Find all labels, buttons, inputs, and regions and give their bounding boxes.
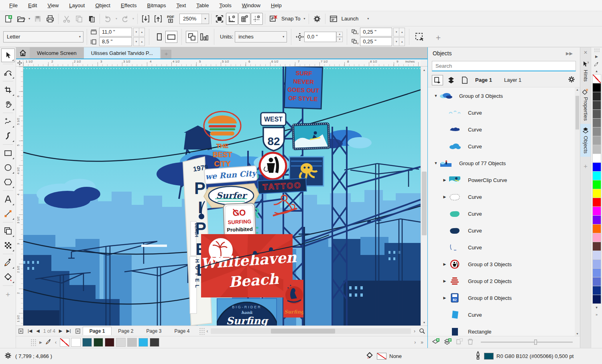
expand-arrow-icon[interactable]: ▶: [442, 296, 447, 300]
tree-row-curve[interactable]: Curve: [428, 104, 575, 121]
color-swatch[interactable]: [592, 268, 601, 277]
publish-pdf-button[interactable]: PDF: [165, 13, 177, 25]
color-swatch[interactable]: [592, 109, 601, 119]
objects-search-input[interactable]: [432, 61, 576, 71]
color-palette-handle[interactable]: [594, 48, 600, 53]
page-height-spinner[interactable]: ▾▴: [134, 37, 145, 46]
add-toolbar-plus-icon[interactable]: ＋: [434, 32, 442, 43]
show-guidelines-button[interactable]: [251, 13, 263, 25]
color-swatch[interactable]: [592, 198, 601, 207]
color-swatch[interactable]: [592, 171, 601, 180]
docker-tab-objects[interactable]: Objects: [580, 124, 591, 157]
ruler-origin[interactable]: [16, 59, 23, 67]
expand-arrow-icon[interactable]: ▶: [442, 262, 447, 266]
page-tab-2[interactable]: Page 2: [112, 327, 140, 335]
home-icon[interactable]: [16, 47, 30, 59]
first-page-button[interactable]: |◀: [26, 328, 34, 334]
menu-effects[interactable]: Effects: [116, 2, 142, 8]
expand-arrow-icon[interactable]: ▶: [442, 178, 447, 182]
show-rulers-button[interactable]: [226, 13, 238, 25]
artistic-media-tool[interactable]: [1, 129, 15, 143]
pick-tool[interactable]: [1, 49, 15, 62]
color-swatch[interactable]: [592, 92, 601, 101]
nudge-spinner[interactable]: ▴▾: [336, 32, 343, 42]
color-swatch[interactable]: [592, 295, 601, 304]
doc-swatch[interactable]: [82, 338, 92, 347]
tab-document[interactable]: Ulisses Gabriel Tarvido P...: [84, 47, 160, 59]
menu-file[interactable]: File: [4, 2, 23, 8]
horizontal-ruler[interactable]: 1 1/22 2 1/23 3 1/24 4 1/25 5 1/26 6 1/2…: [23, 59, 421, 67]
duplicate-x-spinner[interactable]: ▾▴: [394, 28, 405, 36]
palette-scroll-right[interactable]: ›: [413, 340, 417, 345]
color-swatch[interactable]: [592, 206, 601, 216]
tree-row-curve[interactable]: Curve: [428, 306, 575, 323]
page-tab-1[interactable]: Page 1: [83, 327, 112, 335]
color-swatch[interactable]: [592, 145, 601, 154]
all-pages-button[interactable]: [186, 31, 198, 43]
last-page-button[interactable]: ▶|: [64, 328, 73, 334]
tree-row-group[interactable]: ▶ 82 Group of 8 Objects: [428, 289, 575, 306]
color-swatch[interactable]: [592, 224, 601, 233]
color-swatch[interactable]: [592, 101, 601, 110]
menu-layout[interactable]: Layout: [64, 2, 90, 8]
crop-tool[interactable]: [1, 83, 15, 97]
palette-expand[interactable]: »: [419, 340, 427, 345]
scroll-up-arrow[interactable]: ▲: [423, 67, 426, 73]
color-swatch[interactable]: [592, 251, 601, 260]
new-master-layer-button[interactable]: [444, 338, 452, 347]
tree-row-curve[interactable]: Curve: [428, 138, 575, 155]
units-select[interactable]: inches▾: [235, 31, 287, 42]
color-swatch[interactable]: [592, 127, 601, 136]
color-swatch[interactable]: [592, 74, 601, 83]
color-swatch[interactable]: [592, 277, 601, 286]
fill-color-swatch[interactable]: [377, 353, 386, 360]
zoom-level-combo[interactable]: 250% ▾: [179, 14, 209, 24]
menu-table[interactable]: Table: [191, 2, 214, 8]
freehand-tool[interactable]: [1, 115, 15, 128]
color-swatch[interactable]: [592, 136, 601, 145]
color-palette-eyedropper-icon[interactable]: [594, 60, 599, 67]
menu-text[interactable]: Text: [171, 2, 191, 8]
launch-caret[interactable]: ▾: [366, 17, 370, 20]
tree-row-rectangle[interactable]: Rectangle: [428, 323, 575, 336]
canvas-vertical-scrollbar[interactable]: ▲ ▼: [421, 67, 427, 326]
shape-tool[interactable]: [1, 66, 15, 79]
launch-icon[interactable]: [327, 13, 340, 25]
color-swatch[interactable]: [592, 118, 601, 127]
duplicate-x-field[interactable]: 0,25 ": [360, 28, 392, 36]
pan-tool[interactable]: [1, 97, 15, 111]
tree-row-group[interactable]: ▼ Group of 77 Objects: [428, 155, 575, 172]
page-tab-3[interactable]: Page 3: [140, 327, 168, 335]
page-tab-4[interactable]: Page 4: [168, 327, 196, 335]
treat-as-filled-button[interactable]: [413, 31, 425, 43]
page-size-select[interactable]: Letter▾: [3, 31, 83, 42]
menu-help[interactable]: Help: [266, 2, 287, 8]
color-swatch[interactable]: [592, 233, 601, 242]
add-docker-plus[interactable]: ＋: [582, 162, 589, 171]
new-layer-button[interactable]: [432, 338, 440, 347]
vertical-ruler[interactable]: 65 1/2 54 1/2 43 1/2 32 1/2 21 1/2: [16, 67, 23, 326]
menu-view[interactable]: View: [42, 2, 64, 8]
color-eyedropper-tool[interactable]: [1, 256, 15, 269]
page-height-field[interactable]: 8,5 ": [99, 37, 132, 46]
horizontal-scroll-thumb[interactable]: [271, 329, 335, 334]
menu-bitmaps[interactable]: Bitmaps: [142, 2, 171, 8]
menu-object[interactable]: Object: [90, 2, 116, 8]
scroll-right-arrow[interactable]: ›: [412, 328, 417, 334]
expand-arrow-icon[interactable]: ▶: [442, 195, 447, 199]
launch-label[interactable]: Launch: [340, 16, 360, 22]
surf-style-billboard[interactable]: SURF NEVER GOES OUT OF STYLE: [284, 67, 323, 109]
tree-row-curve[interactable]: Curve: [428, 239, 575, 256]
tab-welcome-screen[interactable]: Welcome Screen: [30, 47, 84, 59]
duplicate-y-spinner[interactable]: ▾▴: [394, 37, 405, 46]
doc-swatch[interactable]: [94, 338, 103, 347]
export-button[interactable]: [152, 13, 164, 25]
close-docker-icon[interactable]: ✕: [584, 47, 588, 58]
tree-scrollbar[interactable]: ▲ ▼: [575, 87, 580, 336]
outline-pen-icon[interactable]: [475, 351, 481, 361]
docker-tab-properties[interactable]: Properties: [580, 85, 591, 124]
thumbnail-size-slider[interactable]: [481, 342, 573, 343]
color-swatch[interactable]: [592, 286, 601, 295]
duplicate-y-field[interactable]: 0,25 ": [360, 37, 392, 46]
color-palette-expand[interactable]: »: [596, 311, 598, 318]
